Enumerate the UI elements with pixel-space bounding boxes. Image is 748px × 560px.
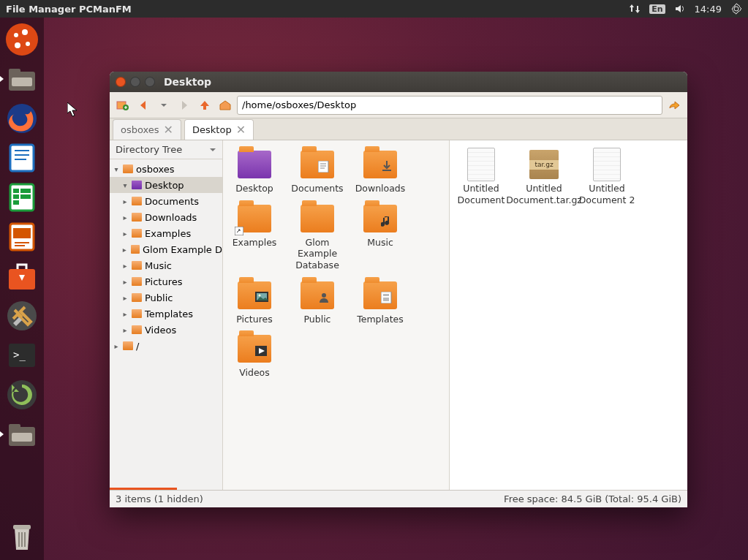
launcher-calc[interactable] <box>4 180 39 215</box>
tree-node-osboxes[interactable]: ▾osboxes <box>110 161 222 177</box>
tree-node-pictures[interactable]: ▸Pictures <box>110 273 222 290</box>
pic-overlay-icon <box>255 292 268 306</box>
right-pane[interactable]: Untitled DocumentUntitled Document.tar.g… <box>450 140 687 490</box>
item-label: Untitled Document <box>451 183 511 205</box>
folder-item-downloads[interactable]: Downloads <box>349 146 412 200</box>
new-tab-button[interactable] <box>114 97 132 114</box>
launcher-impress[interactable] <box>4 219 39 254</box>
history-dropdown[interactable] <box>155 97 173 114</box>
tree-expander-icon[interactable]: ▾ <box>121 181 129 189</box>
home-button[interactable] <box>216 97 234 114</box>
folder-icon <box>238 335 271 363</box>
tree-expander-icon[interactable]: ▸ <box>121 294 129 302</box>
go-arrow-icon <box>668 99 681 112</box>
svg-rect-48 <box>383 294 389 296</box>
left-pane[interactable]: DesktopDocumentsDownloadsExamplesGlom Ex… <box>223 140 450 490</box>
folder-item-documents[interactable]: Documents <box>286 146 349 200</box>
window-close-button[interactable] <box>116 77 126 87</box>
launcher-firefox[interactable] <box>4 101 39 136</box>
side-panel-header[interactable]: Directory Tree <box>110 140 222 159</box>
session-indicator[interactable] <box>730 3 742 15</box>
launcher-terminal[interactable]: >_ <box>4 338 39 373</box>
tree-node-label: / <box>136 341 139 352</box>
tree-expander-icon[interactable]: ▾ <box>113 165 120 173</box>
sound-indicator[interactable] <box>674 3 686 15</box>
file-item-untitled-document-2[interactable]: Untitled Document 2 <box>575 146 638 211</box>
folder-item-examples[interactable]: Examples <box>223 200 286 277</box>
folder-item-public[interactable]: Public <box>286 277 349 331</box>
tab-osboxes[interactable]: osboxes✕ <box>113 119 181 140</box>
chevron-down-icon <box>160 102 167 109</box>
launcher-dash[interactable] <box>4 22 39 57</box>
tree-expander-icon[interactable]: ▸ <box>113 342 120 350</box>
tree-node-music[interactable]: ▸Music <box>110 257 222 273</box>
network-indicator[interactable] <box>629 3 641 15</box>
launcher-pcmanfm[interactable] <box>4 417 39 452</box>
folder-item-desktop[interactable]: Desktop <box>223 146 286 200</box>
svg-rect-49 <box>383 298 389 301</box>
home-icon <box>123 164 133 173</box>
file-item-untitled-document[interactable]: Untitled Document <box>450 146 513 211</box>
address-bar[interactable]: /home/osboxes/Desktop <box>237 96 662 115</box>
tab-close-icon[interactable]: ✕ <box>164 123 173 137</box>
svg-rect-7 <box>12 77 32 86</box>
tree-expander-icon[interactable]: ▸ <box>121 310 129 318</box>
toolbar: /home/osboxes/Desktop <box>110 92 687 118</box>
folder-icon <box>132 293 142 302</box>
launcher-trash[interactable] <box>4 519 39 554</box>
tree-node-public[interactable]: ▸Public <box>110 290 222 306</box>
folder-item-pictures[interactable]: Pictures <box>223 277 286 331</box>
launcher-writer[interactable] <box>4 140 39 175</box>
folder-item-videos[interactable]: Videos <box>223 330 286 385</box>
tree-expander-icon[interactable]: ▸ <box>121 262 129 270</box>
tab-strip: osboxes✕Desktop✕ <box>110 118 687 140</box>
launcher-updater[interactable] <box>4 377 39 412</box>
side-panel-mode-label: Directory Tree <box>116 144 182 155</box>
tree-node-documents[interactable]: ▸Documents <box>110 193 222 209</box>
svg-rect-31 <box>13 525 31 529</box>
tree-node-videos[interactable]: ▸Videos <box>110 322 222 338</box>
tab-close-icon[interactable]: ✕ <box>236 123 246 137</box>
svg-rect-41 <box>382 170 391 171</box>
tree-node-downloads[interactable]: ▸Downloads <box>110 209 222 225</box>
file-item-untitled-document-tar-gz[interactable]: Untitled Document.tar.gz <box>513 146 575 211</box>
tree-node-glom-example-d[interactable]: ▸Glom Example D <box>110 241 222 257</box>
folder-item-templates[interactable]: Templates <box>349 277 412 331</box>
back-button[interactable] <box>135 97 152 114</box>
svg-point-3 <box>26 42 30 46</box>
window-title: Desktop <box>164 76 211 88</box>
svg-rect-16 <box>13 194 19 199</box>
launcher-files[interactable] <box>4 61 39 97</box>
tree-expander-icon[interactable]: ▸ <box>121 197 129 205</box>
tree-expander-icon[interactable]: ▸ <box>121 213 129 222</box>
window-minimize-button[interactable] <box>130 77 140 87</box>
tree-expander-icon[interactable]: ▸ <box>121 278 129 286</box>
tree-expander-icon[interactable]: ▸ <box>121 230 129 238</box>
folder-item-glom-example-database[interactable]: Glom Example Database <box>286 200 349 277</box>
tab-label: osboxes <box>121 124 159 135</box>
window-maximize-button[interactable] <box>145 77 155 87</box>
launcher-software[interactable] <box>4 259 39 294</box>
arrow-left-icon <box>137 99 149 111</box>
tree-expander-icon[interactable]: ▸ <box>121 246 128 254</box>
svg-rect-14 <box>13 189 19 193</box>
launcher-settings[interactable] <box>4 298 39 333</box>
tree-node-label: osboxes <box>136 164 175 175</box>
tab-desktop[interactable]: Desktop✕ <box>184 119 254 140</box>
tree-node-label: Pictures <box>145 276 182 287</box>
go-button[interactable] <box>665 97 683 114</box>
gear-icon <box>730 3 742 15</box>
up-button[interactable] <box>196 97 214 114</box>
folder-item-music[interactable]: Music <box>349 200 412 277</box>
clock[interactable]: 14:49 <box>695 4 722 15</box>
titlebar[interactable]: Desktop <box>110 72 687 92</box>
item-label: Pictures <box>236 314 273 325</box>
tree-expander-icon[interactable]: ▸ <box>121 326 129 334</box>
tree-node-desktop[interactable]: ▾Desktop <box>110 177 222 193</box>
tree-node--[interactable]: ▸/ <box>110 338 222 354</box>
tree-node-examples[interactable]: ▸Examples <box>110 225 222 241</box>
folder-icon <box>363 151 397 178</box>
tree-node-templates[interactable]: ▸Templates <box>110 306 222 322</box>
forward-button[interactable] <box>175 97 193 114</box>
language-indicator[interactable]: En <box>649 4 665 14</box>
